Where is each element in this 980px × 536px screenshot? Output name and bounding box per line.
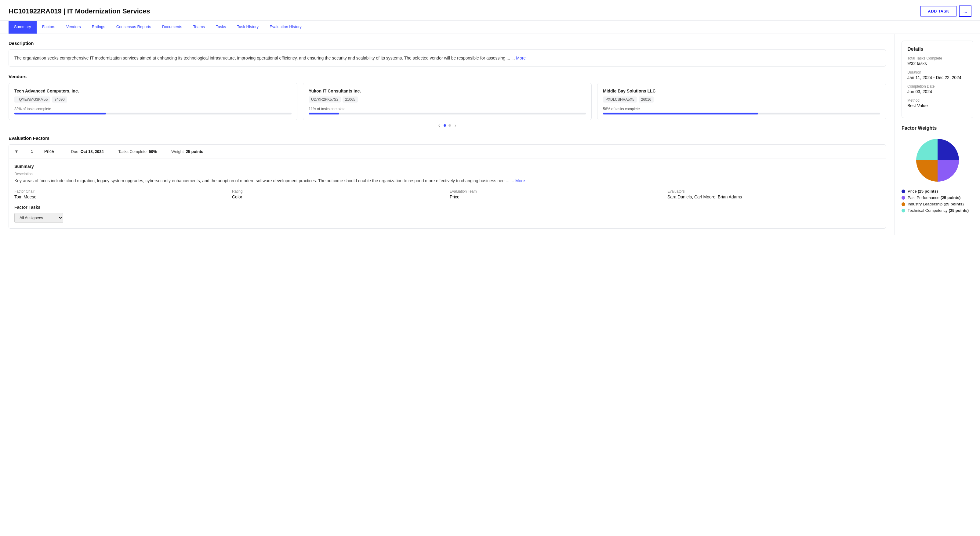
- tab-vendors[interactable]: Vendors: [61, 21, 86, 33]
- duration-row: Duration Jan 11, 2024 - Dec 22, 2024: [907, 70, 967, 80]
- legend-item-2: Industry Leadership (25 points): [902, 202, 973, 206]
- evaluation-factors-section: Evaluation Factors ▼ 1 Price Due Oct 18,…: [8, 135, 886, 228]
- factor-toggle-icon[interactable]: ▼: [14, 149, 19, 154]
- factor-eval-team: Evaluation Team Price: [450, 189, 662, 199]
- tab-evaluation-history[interactable]: Evaluation History: [264, 21, 307, 33]
- factor-due-value: Oct 18, 2024: [81, 149, 104, 154]
- carousel-dots: ‹ ›: [8, 123, 886, 128]
- vendor-tag-2: 26016: [639, 97, 654, 103]
- legend-item-1: Past Performance (25 points): [902, 196, 973, 200]
- vendor-progress-fill: [14, 113, 106, 115]
- factor-tasks: Factor Tasks All Assignees: [14, 205, 880, 223]
- vendor-name: Middle Bay Solutions LLC: [603, 89, 880, 94]
- vendor-name: Yukon IT Consultants Inc.: [309, 89, 586, 94]
- factor-evaluators: Evaluators Sara Daniels, Carl Moore, Bri…: [667, 189, 880, 199]
- vendor-name: Tech Advanced Computers, Inc.: [14, 89, 291, 94]
- factor-weight-value: 25 points: [186, 149, 203, 154]
- vendors-grid: Tech Advanced Computers, Inc. TQYEWMG3KM…: [8, 83, 886, 120]
- vendors-section: Vendors Tech Advanced Computers, Inc. TQ…: [8, 74, 886, 128]
- description-box: The organization seeks comprehensive IT …: [8, 49, 886, 67]
- completion-date-row: Completion Date Jun 03, 2024: [907, 84, 967, 94]
- carousel-next[interactable]: ›: [453, 123, 457, 128]
- vendor-tags: U27KR2PK57S2 21065: [309, 97, 586, 103]
- factor-row: ▼ 1 Price Due Oct 18, 2024 Tasks Complet…: [8, 145, 886, 228]
- main-content: Description The organization seeks compr…: [0, 34, 894, 235]
- top-actions: ADD TASK ...: [921, 5, 972, 17]
- main-layout: Description The organization seeks compr…: [0, 34, 980, 235]
- factor-body: Summary Description Key areas of focus i…: [9, 158, 886, 228]
- summary-label: Summary: [14, 164, 880, 169]
- factor-tasks-heading: Factor Tasks: [14, 205, 880, 210]
- vendor-progress-label: 33% of tasks complete: [14, 107, 291, 111]
- legend-dot-1: [902, 196, 905, 200]
- factor-number: 1: [31, 149, 33, 154]
- tab-documents[interactable]: Documents: [157, 21, 188, 33]
- legend-label-1: Past Performance (25 points): [908, 196, 961, 200]
- tab-ratings[interactable]: Ratings: [86, 21, 111, 33]
- page-title: HC101922RA019 | IT Modernization Service…: [8, 7, 150, 15]
- top-bar: HC101922RA019 | IT Modernization Service…: [0, 0, 980, 21]
- vendors-heading: Vendors: [8, 74, 886, 79]
- legend-dot-3: [902, 209, 905, 212]
- vendor-tag-2: 21065: [342, 97, 358, 103]
- description-heading: Description: [8, 41, 886, 46]
- vendor-tag-1: U27KR2PK57S2: [309, 97, 341, 103]
- legend-item-3: Technical Competency (25 points): [902, 208, 973, 213]
- vendor-progress-label: 11% of tasks complete: [309, 107, 586, 111]
- tab-tasks[interactable]: Tasks: [210, 21, 231, 33]
- factor-tasks-value: 50%: [149, 149, 157, 154]
- vendor-card-0: Tech Advanced Computers, Inc. TQYEWMG3KM…: [8, 83, 298, 120]
- details-title: Details: [907, 46, 967, 52]
- carousel-dot-2[interactable]: [449, 124, 451, 127]
- factor-weight: Weight 25 points: [171, 149, 203, 154]
- vendor-progress-label: 56% of tasks complete: [603, 107, 880, 111]
- carousel-prev[interactable]: ‹: [437, 123, 441, 128]
- factor-header: ▼ 1 Price Due Oct 18, 2024 Tasks Complet…: [9, 145, 886, 158]
- vendor-progress-bg: [603, 113, 880, 115]
- factor-weights-title: Factor Weights: [902, 126, 973, 131]
- method-row: Method Best Value: [907, 98, 967, 108]
- legend-label-3: Technical Competency (25 points): [908, 208, 969, 213]
- total-tasks-row: Total Tasks Complete 9/32 tasks: [907, 56, 967, 66]
- vendor-progress-bg: [14, 113, 291, 115]
- tab-bar: SummaryFactorsVendorsRatingsConsensus Re…: [0, 21, 980, 34]
- add-task-button[interactable]: ADD TASK: [921, 6, 956, 16]
- legend-label-0: Price (25 points): [908, 189, 938, 194]
- factor-info-grid: Factor Chair Tom Meese Rating Color Eval…: [14, 189, 880, 199]
- vendor-tag-2: 34690: [52, 97, 67, 103]
- tab-factors[interactable]: Factors: [37, 21, 61, 33]
- eval-factors-heading: Evaluation Factors: [8, 135, 886, 141]
- tab-teams[interactable]: Teams: [188, 21, 210, 33]
- legend-list: Price (25 points) Past Performance (25 p…: [902, 189, 973, 213]
- vendor-progress-fill: [603, 113, 758, 115]
- vendor-card-2: Middle Bay Solutions LLC PXDLCSHRA5X5 26…: [597, 83, 886, 120]
- factor-name: Price: [44, 149, 54, 154]
- carousel-dot-1[interactable]: [444, 124, 446, 127]
- vendor-progress-fill: [309, 113, 339, 115]
- more-options-button[interactable]: ...: [959, 5, 972, 17]
- vendor-tag-1: TQYEWMG3KM55: [14, 97, 50, 103]
- tab-task-history[interactable]: Task History: [231, 21, 264, 33]
- vendor-card-1: Yukon IT Consultants Inc. U27KR2PK57S2 2…: [303, 83, 592, 120]
- factor-weights-section: Factor Weights Price (25 points) Past Pe…: [902, 126, 973, 213]
- factor-chair: Factor Chair Tom Meese: [14, 189, 227, 199]
- factor-rating: Rating Color: [232, 189, 445, 199]
- description-more-link[interactable]: More: [516, 56, 526, 60]
- right-sidebar: Details Total Tasks Complete 9/32 tasks …: [894, 34, 980, 235]
- pie-chart: [913, 136, 962, 184]
- factor-due: Due Oct 18, 2024: [71, 149, 104, 154]
- vendor-tag-1: PXDLCSHRA5X5: [603, 97, 637, 103]
- factor-more-link[interactable]: More: [515, 178, 525, 183]
- details-card: Details Total Tasks Complete 9/32 tasks …: [902, 41, 973, 118]
- factor-meta: Due Oct 18, 2024 Tasks Complete 50% Weig…: [71, 149, 880, 154]
- vendor-tags: TQYEWMG3KM55 34690: [14, 97, 291, 103]
- description-sub-label: Description: [14, 172, 880, 176]
- factor-description-text: Key areas of focus include cloud migrati…: [14, 177, 880, 184]
- legend-dot-2: [902, 202, 905, 206]
- pie-chart-container: [902, 136, 973, 184]
- assignees-select[interactable]: All Assignees: [14, 213, 63, 223]
- tab-consensus-reports[interactable]: Consensus Reports: [111, 21, 157, 33]
- description-text: The organization seeks comprehensive IT …: [14, 56, 510, 60]
- tab-summary[interactable]: Summary: [8, 21, 37, 33]
- factor-tasks-complete: Tasks Complete 50%: [118, 149, 157, 154]
